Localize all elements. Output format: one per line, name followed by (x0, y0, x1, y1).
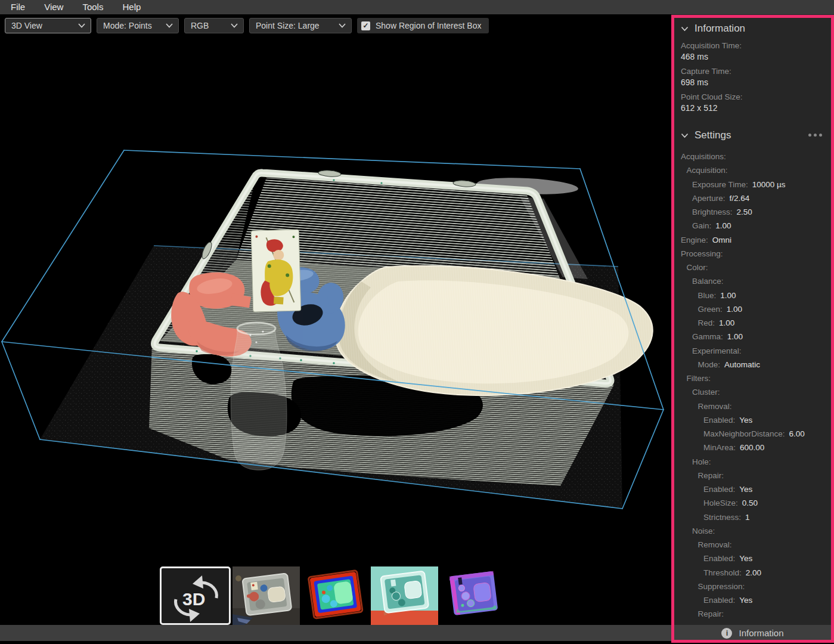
info-field: Point Cloud Size: 612 x 512 (681, 92, 828, 113)
status-message: Information (671, 625, 834, 641)
thumbnail-strip: 3D (160, 566, 507, 625)
settings-entry: Aperture:f/2.64 (681, 191, 828, 205)
settings-entry: MaxNeighborDistance:6.00 (681, 427, 828, 441)
settings-entry: Enabled:Yes (681, 552, 828, 565)
settings-entry: Brightness:2.50 (681, 205, 828, 219)
mode-select-value: Mode: Points (103, 21, 152, 30)
info-field: Acquisition Time: 468 ms (681, 41, 828, 61)
thumbnail-snr-map[interactable] (371, 566, 438, 625)
chevron-down-icon (681, 133, 689, 138)
settings-entry: Threshold:2.00 (681, 566, 828, 580)
settings-entry: Cluster: (681, 385, 828, 399)
toolbar: 3D View Mode: Points RGB Point Size: Lar… (0, 14, 671, 37)
point-size-select-value: Point Size: Large (256, 21, 320, 30)
menu-bar: File View Tools Help (0, 0, 834, 14)
settings-entry: Balance: (681, 274, 828, 288)
checkbox-checked-icon[interactable] (361, 21, 370, 30)
chevron-down-icon (339, 23, 346, 28)
information-section-header[interactable]: Information (681, 21, 828, 36)
thumbnail-3d-rotate[interactable]: 3D (160, 566, 231, 625)
view-select[interactable]: 3D View (5, 18, 91, 33)
settings-tree: Acquisitions: Acquisition: Exposure Time… (681, 150, 828, 621)
settings-entry: Noise: (681, 524, 828, 538)
settings-entry: Processing: (681, 247, 828, 261)
settings-entry: Removal: (681, 538, 828, 552)
playing-card (251, 230, 301, 312)
information-section-title: Information (695, 23, 745, 35)
settings-entry: Removal: (681, 400, 828, 413)
settings-entry: Acquisition: (681, 163, 828, 177)
chevron-down-icon (166, 23, 173, 28)
status-bar: Information (0, 625, 834, 641)
settings-entry: Engine:Omni (681, 233, 828, 247)
settings-entry: Color: (681, 261, 828, 274)
settings-entry: Gamma:1.00 (681, 330, 828, 343)
settings-entry: HoleSize:0.50 (681, 496, 828, 510)
info-icon (721, 628, 732, 639)
color-mode-select-value: RGB (191, 21, 209, 30)
settings-entry: Suppression: (681, 580, 828, 593)
thumbnail-rgb-image[interactable] (232, 566, 300, 625)
information-fields: Acquisition Time: 468 ms Capture Time: 6… (681, 41, 828, 113)
settings-entry: Repair: (681, 469, 828, 482)
roi-checkbox-group[interactable]: Show Region of Interest Box (357, 18, 489, 33)
settings-menu-icon[interactable] (808, 134, 822, 137)
settings-entry: MinArea:600.00 (681, 441, 828, 454)
settings-entry: Hole: (681, 455, 828, 469)
menu-file[interactable]: File (0, 0, 35, 14)
roi-checkbox-label: Show Region of Interest Box (376, 21, 481, 30)
settings-entry: Repair: (681, 607, 828, 621)
settings-entry: Exposure Time:10000 µs (681, 178, 828, 191)
thumbnail-depth-map[interactable] (302, 566, 369, 625)
settings-entry: Blue:1.00 (681, 289, 828, 302)
chevron-down-icon (231, 23, 238, 28)
chevron-down-icon (78, 23, 85, 28)
settings-entry: Enabled:Yes (681, 482, 828, 496)
point-cloud-scene[interactable] (0, 37, 671, 625)
settings-entry: Red:1.00 (681, 316, 828, 330)
menu-view[interactable]: View (35, 0, 73, 14)
settings-entry: Enabled:Yes (681, 593, 828, 607)
application-window: File View Tools Help 3D View Mode: Point… (0, 0, 834, 644)
menu-tools[interactable]: Tools (73, 0, 113, 14)
settings-entry: Gain:1.00 (681, 219, 828, 233)
settings-entry: Experimental: (681, 344, 828, 358)
thumbnail-normal-map[interactable] (440, 566, 507, 625)
info-field: Capture Time: 698 ms (681, 67, 828, 87)
menu-help[interactable]: Help (113, 0, 150, 14)
view-select-value: 3D View (11, 21, 42, 30)
point-size-select[interactable]: Point Size: Large (249, 18, 352, 33)
mode-select[interactable]: Mode: Points (97, 18, 179, 33)
settings-entry: Strictness:1 (681, 510, 828, 524)
sidebar-panel: Information Acquisition Time: 468 ms Cap… (671, 14, 834, 625)
settings-entry: Enabled:Yes (681, 413, 828, 427)
settings-entry: Filters: (681, 371, 828, 385)
rotate-3d-label: 3D (182, 589, 205, 609)
chevron-down-icon (681, 26, 689, 32)
settings-entry: Mode:Automatic (681, 358, 828, 371)
color-mode-select[interactable]: RGB (184, 18, 244, 33)
status-label: Information (739, 628, 783, 638)
settings-section-title: Settings (695, 129, 731, 141)
settings-section-header[interactable]: Settings (681, 128, 828, 143)
settings-entry: Acquisitions: (681, 150, 828, 163)
settings-entry: Green:1.00 (681, 302, 828, 316)
